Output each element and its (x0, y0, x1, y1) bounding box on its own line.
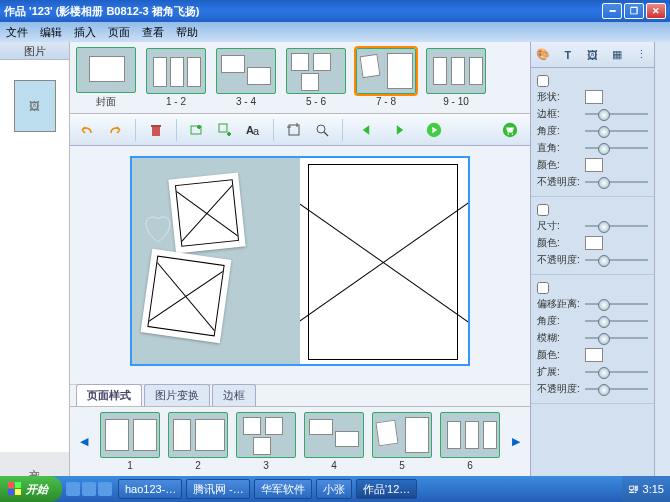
taskbar: 开始 hao123-… 腾讯网 -… 华军软件 小张 作品'12… 🖳 3:15 (0, 476, 670, 502)
redo-button[interactable] (104, 119, 126, 141)
style-tabs: 页面样式 图片变换 边框 (70, 384, 530, 406)
titlebar: 作品 '123' (影楼相册 B0812-3 裙角飞扬) ━ ❐ ✕ (0, 0, 670, 22)
offset-slider[interactable] (585, 298, 648, 310)
color-swatch-2[interactable] (585, 236, 603, 250)
shadow-enable-checkbox[interactable] (537, 282, 549, 294)
strip-next-button[interactable]: ▶ (508, 422, 524, 462)
task-item-5[interactable]: 作品'12… (356, 479, 417, 499)
tab-image-transform[interactable]: 图片变换 (144, 384, 210, 406)
palette-icon[interactable]: 🎨 (534, 46, 552, 64)
svg-point-7 (317, 125, 325, 133)
clock: 3:15 (643, 483, 664, 495)
start-button[interactable]: 开始 (0, 476, 62, 502)
border-slider[interactable] (585, 108, 648, 120)
quick-launch (62, 482, 116, 496)
radius-slider[interactable] (585, 142, 648, 154)
menu-view[interactable]: 查看 (142, 25, 164, 40)
add-image-button[interactable] (186, 119, 208, 141)
menu-edit[interactable]: 编辑 (40, 25, 62, 40)
left-panel: 图片 🖼 文档 (0, 42, 70, 476)
svg-rect-12 (8, 482, 14, 488)
style-thumb-6[interactable] (440, 412, 500, 458)
style-thumb-4[interactable] (304, 412, 364, 458)
task-item-3[interactable]: 华军软件 (254, 479, 312, 499)
photo-slot-3[interactable] (308, 164, 458, 360)
menu-insert[interactable]: 插入 (74, 25, 96, 40)
style-strip-bottom: ◀ 1 2 3 4 5 6 ▶ (70, 406, 530, 476)
page-thumb-9-10[interactable] (426, 48, 486, 94)
task-item-4[interactable]: 小张 (316, 479, 352, 499)
tab-page-style[interactable]: 页面样式 (76, 384, 142, 406)
page-thumb-3-4[interactable] (216, 48, 276, 94)
delete-button[interactable] (145, 119, 167, 141)
properties-panel: 🎨 T 🖼 ▦ ⋮ 形状: 边框: 角度: 直角: 颜色: 不透明度: 尺寸: … (530, 42, 654, 476)
layers-icon[interactable]: ▦ (608, 46, 626, 64)
task-item-2[interactable]: 腾讯网 -… (186, 479, 250, 499)
page-spread[interactable] (130, 156, 470, 366)
page-thumb-5-6[interactable] (286, 48, 346, 94)
menu-page[interactable]: 页面 (108, 25, 130, 40)
undo-button[interactable] (76, 119, 98, 141)
page-strip-top: 封面 1 - 2 3 - 4 5 - 6 7 - 8 9 - 10 (70, 42, 530, 114)
vertical-scrollbar[interactable] (654, 42, 670, 476)
expand-slider[interactable] (585, 366, 648, 378)
color-swatch-1[interactable] (585, 158, 603, 172)
style-thumb-1[interactable] (100, 412, 160, 458)
asset-thumbnail[interactable]: 🖼 (14, 80, 56, 132)
settings-icon[interactable]: ⋮ (633, 46, 651, 64)
add-shape-button[interactable] (214, 119, 236, 141)
page-thumb-cover[interactable] (76, 47, 136, 93)
tray-icon[interactable]: 🖳 (628, 483, 639, 495)
opacity-slider-3[interactable] (585, 383, 648, 395)
page-thumb-1-2[interactable] (146, 48, 206, 94)
photo-slot-2[interactable] (141, 249, 232, 343)
tab-border[interactable]: 边框 (212, 384, 256, 406)
cart-button[interactable] (496, 116, 524, 144)
opacity-slider-1[interactable] (585, 176, 648, 188)
minimize-button[interactable]: ━ (602, 3, 622, 19)
svg-rect-15 (15, 489, 21, 495)
system-tray[interactable]: 🖳 3:15 (622, 476, 670, 502)
zoom-button[interactable] (311, 119, 333, 141)
style-thumb-2[interactable] (168, 412, 228, 458)
ql-icon-2[interactable] (82, 482, 96, 496)
svg-text:a: a (253, 125, 260, 137)
prop-group-outline: 尺寸: 颜色: 不透明度: (531, 197, 654, 275)
color-swatch-3[interactable] (585, 348, 603, 362)
text-tool-icon[interactable]: T (559, 46, 577, 64)
maximize-button[interactable]: ❐ (624, 3, 644, 19)
opacity-slider-2[interactable] (585, 254, 648, 266)
task-item-1[interactable]: hao123-… (118, 479, 182, 499)
page-left[interactable] (132, 158, 300, 364)
shadow-angle-slider[interactable] (585, 315, 648, 327)
prop-group-shadow: 偏移距离: 角度: 模糊: 颜色: 扩展: 不透明度: (531, 275, 654, 404)
svg-point-10 (508, 133, 510, 135)
next-page-button[interactable] (386, 116, 414, 144)
strip-prev-button[interactable]: ◀ (76, 422, 92, 462)
shape-enable-checkbox[interactable] (537, 75, 549, 87)
center-area: 封面 1 - 2 3 - 4 5 - 6 7 - 8 9 - 10 Aa (70, 42, 530, 476)
canvas[interactable] (70, 146, 530, 384)
size-slider[interactable] (585, 220, 648, 232)
crop-button[interactable] (283, 119, 305, 141)
page-right[interactable] (300, 158, 468, 364)
ql-icon-1[interactable] (66, 482, 80, 496)
menu-help[interactable]: 帮助 (176, 25, 198, 40)
shape-swatch[interactable] (585, 90, 603, 104)
play-button[interactable] (420, 116, 448, 144)
left-panel-side-label: 文档 (27, 460, 42, 468)
add-text-button[interactable]: Aa (242, 119, 264, 141)
ql-icon-3[interactable] (98, 482, 112, 496)
menu-file[interactable]: 文件 (6, 25, 28, 40)
angle-slider[interactable] (585, 125, 648, 137)
style-thumb-5[interactable] (372, 412, 432, 458)
photo-slot-1[interactable] (168, 173, 245, 254)
page-thumb-7-8[interactable] (356, 48, 416, 94)
blur-slider[interactable] (585, 332, 648, 344)
close-button[interactable]: ✕ (646, 3, 666, 19)
prev-page-button[interactable] (352, 116, 380, 144)
windows-logo-icon (8, 482, 22, 496)
style-thumb-3[interactable] (236, 412, 296, 458)
image-tool-icon[interactable]: 🖼 (583, 46, 601, 64)
outline-enable-checkbox[interactable] (537, 204, 549, 216)
